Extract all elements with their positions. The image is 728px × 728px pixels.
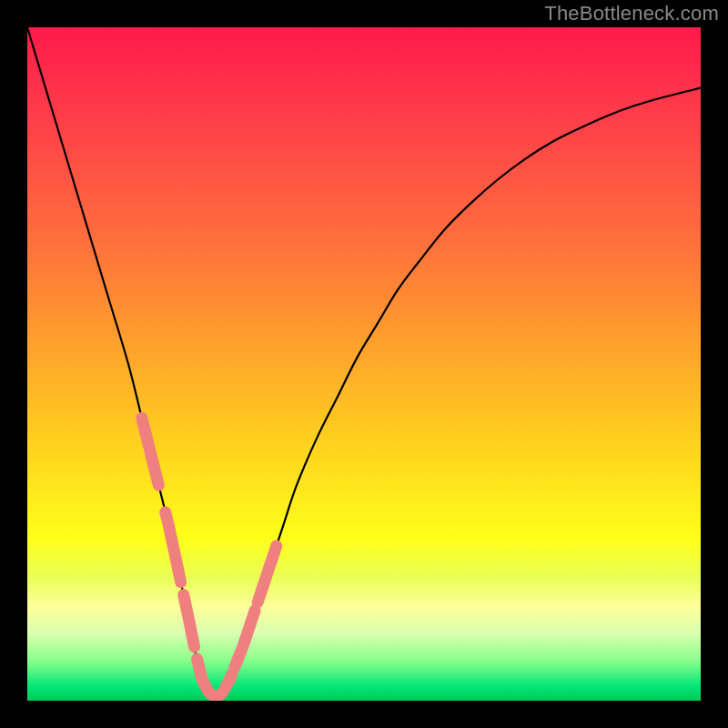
bottleneck-curve — [27, 27, 701, 698]
chart-frame: TheBottleneck.com — [0, 0, 728, 728]
marker-segment — [226, 673, 232, 687]
marker-segment — [142, 418, 159, 485]
marker-segment — [215, 693, 223, 698]
marker-segments — [142, 418, 277, 698]
marker-segment — [235, 611, 255, 667]
marker-segment — [166, 512, 181, 582]
marker-segment — [197, 659, 210, 693]
marker-segment — [184, 595, 195, 647]
watermark-text: TheBottleneck.com — [544, 2, 719, 25]
curve-svg — [27, 27, 701, 701]
plot-area — [27, 27, 701, 701]
marker-segment — [258, 546, 277, 602]
